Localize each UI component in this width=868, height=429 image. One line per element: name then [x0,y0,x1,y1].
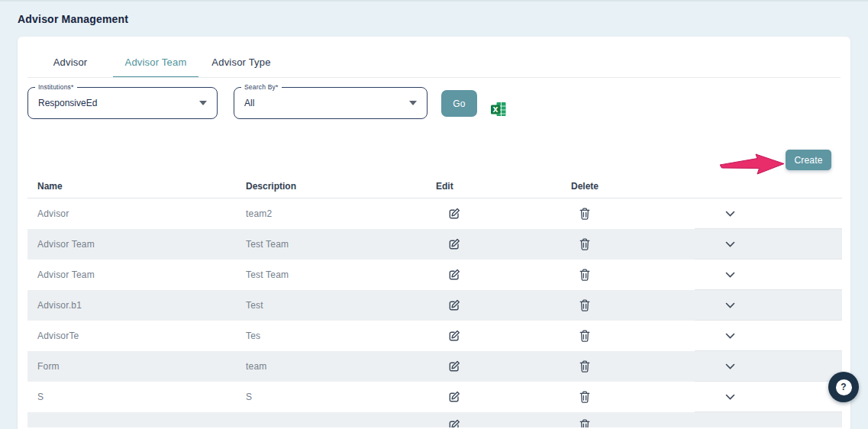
header-edit: Edit [426,174,561,198]
excel-icon: X [490,108,507,120]
chevron-down-icon [725,302,735,308]
row-description: team [236,351,426,382]
trash-icon [579,298,591,312]
edit-button[interactable] [447,298,461,312]
excel-export-button[interactable]: X [490,101,507,118]
trash-icon [579,360,591,373]
content-card: Advisor Advisor Team Advisor Type Instit… [18,37,850,429]
chevron-down-icon [725,363,735,369]
delete-button[interactable] [579,390,591,404]
go-button[interactable]: Go [441,90,477,117]
help-button[interactable]: ? [828,372,859,402]
delete-button[interactable] [579,329,591,343]
annotation-arrow-icon [720,152,784,176]
trash-icon [579,237,591,251]
caret-down-icon [409,101,417,105]
header-description: Description [236,174,426,198]
row-name: S [27,382,236,412]
edit-pencil-icon [447,329,461,343]
tabs-divider [27,77,841,78]
table-row: S S [27,382,842,412]
row-description: Test [236,290,426,321]
caret-down-icon [199,101,207,105]
row-name: Advisor Team [27,229,236,260]
table-header-row: Name Description Edit Delete [27,174,842,198]
row-name: Advisor Team [27,260,236,290]
delete-button[interactable] [579,418,591,427]
page-title: Advisor Management [18,13,128,25]
row-description: team2 [236,198,426,229]
top-divider [0,0,868,2]
chevron-down-icon [725,272,735,278]
trash-icon [579,390,591,404]
chevron-down-icon [725,394,735,400]
edit-pencil-icon [447,268,461,282]
edit-pencil-icon [447,390,461,404]
expand-row-button[interactable] [725,363,735,369]
row-name: Form [27,351,236,382]
table-row: Advisor Team Test Team [27,229,842,260]
table-row: AdvisorTe Tes [27,321,842,351]
search-by-value: All [244,88,254,118]
question-mark-icon: ? [836,379,852,395]
delete-button[interactable] [579,268,591,282]
table-row: Advisor team2 [27,198,842,229]
chevron-down-icon [725,241,735,247]
tab-advisor-type[interactable]: Advisor Type [198,47,284,77]
search-by-select[interactable]: Search By* All [234,87,428,119]
header-name: Name [27,174,236,198]
create-button[interactable]: Create [786,150,831,170]
edit-pencil-icon [447,418,461,427]
row-description: Test Team [236,229,426,260]
advisor-team-table: Name Description Edit Delete Advisor tea… [27,174,842,427]
trash-icon [579,329,591,343]
institutions-select[interactable]: Institutions* ResponsiveEd [27,87,218,119]
table-row-partial [27,412,842,427]
header-expand [695,174,842,198]
expand-row-button[interactable] [725,211,735,217]
edit-pencil-icon [447,237,461,251]
trash-icon [579,268,591,282]
institutions-value: ResponsiveEd [38,88,97,118]
tab-bar: Advisor Advisor Team Advisor Type [27,47,284,77]
row-description: Test Team [236,260,426,290]
expand-row-button[interactable] [725,241,735,247]
table-row: Advisor Team Test Team [27,260,842,290]
expand-row-button[interactable] [725,333,735,339]
row-name: AdvisorTe [27,321,236,351]
chevron-down-icon [725,333,735,339]
row-description: Tes [236,321,426,351]
trash-icon [579,418,591,427]
tab-advisor-team[interactable]: Advisor Team [113,47,198,77]
expand-row-button[interactable] [725,302,735,308]
row-name [27,412,236,427]
edit-button[interactable] [447,237,461,251]
edit-button[interactable] [447,268,461,282]
trash-icon [579,207,591,221]
header-delete: Delete [561,174,695,198]
delete-button[interactable] [579,298,591,312]
delete-button[interactable] [579,360,591,373]
expand-row-button[interactable] [725,272,735,278]
edit-pencil-icon [447,298,461,312]
delete-button[interactable] [579,207,591,221]
edit-pencil-icon [447,207,461,221]
expand-row-button[interactable] [725,394,735,400]
edit-button[interactable] [447,390,461,404]
chevron-down-icon [725,211,735,217]
tab-advisor[interactable]: Advisor [27,47,113,77]
row-description [236,412,426,427]
table-row: Advisor.b1 Test [27,290,842,321]
row-name: Advisor [27,198,236,229]
row-description: S [236,382,426,412]
table-row: Form team [27,351,842,382]
edit-button[interactable] [447,329,461,343]
edit-button[interactable] [447,207,461,221]
edit-button[interactable] [447,360,461,373]
edit-button[interactable] [447,418,461,427]
row-name: Advisor.b1 [27,290,236,321]
delete-button[interactable] [579,237,591,251]
svg-text:X: X [493,106,499,114]
edit-pencil-icon [447,360,461,373]
